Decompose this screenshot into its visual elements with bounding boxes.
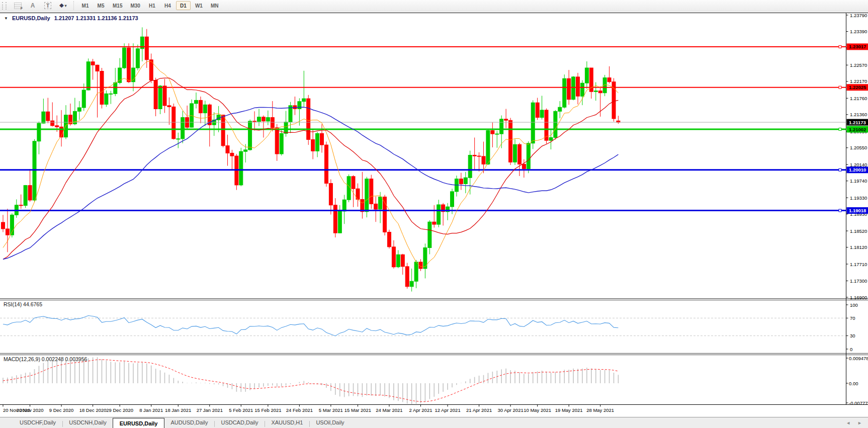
text-a-icon: A (31, 2, 35, 9)
timeframe-button-D1[interactable]: D1 (176, 1, 191, 10)
candle-body (576, 77, 580, 96)
date-tick-label: 2 Apr 2021 (409, 407, 432, 413)
text-label-tool-button[interactable]: A (26, 0, 40, 11)
candle-body (329, 184, 332, 205)
candle-body (307, 99, 310, 139)
timeframe-button-M5[interactable]: M5 (94, 1, 108, 10)
timeframe-button-W1[interactable]: W1 (192, 1, 206, 10)
candle-body (325, 145, 328, 184)
candle (280, 130, 283, 156)
macd-tick-label: 0.00 (849, 381, 858, 386)
price-tick-label: 1.22170 (850, 78, 867, 84)
chart-title: ▼ EURUSD,Daily 1.21207 1.21331 1.21136 1… (4, 15, 138, 21)
line-handle[interactable] (839, 86, 841, 89)
line-handle[interactable] (839, 45, 841, 48)
candle-body (379, 197, 382, 209)
candle-body (585, 68, 588, 83)
tab-usoil-daily[interactable]: USOil,Daily (309, 419, 351, 428)
macd-indicator-label: MACD(12,26,9) 0.002248 0.003956 (4, 356, 87, 362)
candle (325, 142, 328, 187)
candle-body (401, 254, 404, 267)
tab-audusd-daily[interactable]: AUDUSD,Daily (164, 419, 214, 428)
chart-menu-icon[interactable]: ▼ (4, 16, 8, 21)
timeframe-button-H1[interactable]: H1 (145, 1, 159, 10)
text-box-tool-button[interactable]: T (41, 0, 55, 11)
line-handle[interactable] (839, 168, 841, 171)
candle (311, 129, 315, 159)
candle-body (352, 177, 355, 189)
candle-body (388, 232, 391, 247)
line-handle[interactable] (839, 209, 841, 212)
tab-eurusd-daily[interactable]: EURUSD,Daily (113, 418, 165, 428)
candle (60, 110, 63, 147)
timeframe-button-M30[interactable]: M30 (127, 1, 143, 10)
candle-body (598, 91, 602, 93)
candle (576, 73, 580, 105)
candle-body (563, 78, 566, 107)
candle (42, 99, 45, 124)
candle (410, 269, 413, 292)
tab-usdchf-daily[interactable]: USDCHF,Daily (13, 419, 62, 428)
candle-body (500, 119, 503, 134)
date-tick-label: 10 May 2021 (524, 407, 551, 413)
candle (190, 100, 194, 128)
candle (370, 175, 373, 209)
candle (477, 152, 481, 172)
candle (6, 209, 9, 252)
timeframe-button-M15[interactable]: M15 (109, 1, 126, 10)
toolbar-drag-handle[interactable] (2, 2, 7, 10)
candle-body (6, 229, 9, 235)
candle (163, 79, 166, 113)
rsi-line (3, 316, 618, 336)
candle (149, 54, 153, 83)
chart-canvas[interactable]: 1.237901.233901.229901.225701.221701.217… (0, 0, 868, 417)
date-tick-label: 15 Feb 2021 (254, 407, 281, 413)
candle (581, 80, 584, 106)
candle-body (82, 90, 85, 108)
candle (212, 112, 216, 136)
tab-usdcad-daily[interactable]: USDCAD,Daily (214, 419, 265, 428)
tab-xauusd-h1[interactable]: XAUUSD,H1 (265, 419, 309, 428)
candle-body (167, 106, 171, 107)
price-tick-label: 1.18520 (850, 228, 867, 234)
line-handle[interactable] (839, 128, 841, 131)
candle (257, 109, 261, 126)
toolbar-separator (73, 1, 74, 10)
candle (491, 122, 494, 147)
tab-scroll-right-icon[interactable]: ► (857, 420, 862, 425)
candle (186, 106, 189, 129)
chart-tab-bar: USDCHF,DailyUSDCNH,DailyEURUSD,DailyAUDU… (0, 417, 868, 428)
candle (513, 139, 517, 165)
timeframe-button-H4[interactable]: H4 (160, 1, 175, 10)
candle-body (64, 115, 68, 137)
candle (199, 97, 202, 123)
candle (522, 159, 526, 178)
tab-usdcnh-daily[interactable]: USDCNH,Daily (62, 419, 113, 428)
tab-scroll-left-icon[interactable]: ◄ (846, 420, 850, 425)
arrow-style-tool-button[interactable]: ❖ ▾ (56, 0, 70, 11)
candle-body (266, 118, 270, 121)
rsi-tick-label: 70 (850, 315, 855, 321)
tab-scroll-controls: ◄ ► (846, 420, 862, 425)
date-tick-label: 18 Dec 2020 (79, 407, 107, 413)
candle (100, 68, 104, 109)
candle-body (594, 91, 597, 92)
grid-period-tool-button[interactable]: F (11, 0, 25, 11)
timeframe-button-MN[interactable]: MN (207, 1, 222, 10)
candle (158, 85, 162, 114)
candle-body (118, 68, 122, 82)
candle-body (105, 94, 108, 104)
timeframe-button-M1[interactable]: M1 (78, 1, 93, 10)
candle (230, 150, 234, 169)
candle (96, 65, 99, 118)
candle (154, 78, 157, 117)
candle (486, 129, 490, 165)
candle-body (365, 179, 369, 212)
candle-body (468, 155, 472, 178)
candle (235, 154, 238, 190)
candle-body (257, 117, 261, 122)
date-tick-label: 19 May 2021 (555, 407, 583, 413)
candle (329, 180, 332, 215)
candle (437, 200, 441, 227)
candle-body (19, 205, 23, 206)
